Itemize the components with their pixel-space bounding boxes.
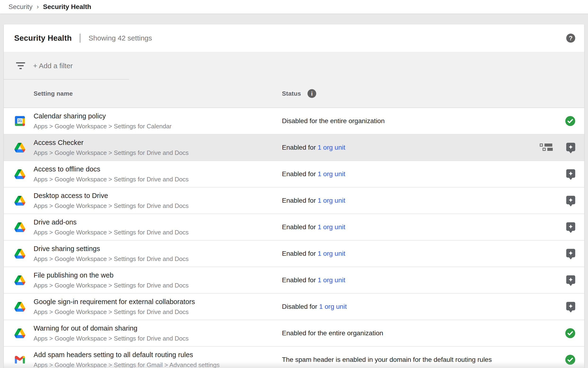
table-row[interactable]: Google sign-in requirement for external …: [4, 294, 584, 320]
status-text: The spam header is enabled in your domai…: [282, 356, 492, 364]
table-row[interactable]: Access Checker Apps > Google Workspace >…: [4, 135, 584, 161]
status-ok-icon: [565, 355, 575, 365]
recommendation-icon[interactable]: [566, 276, 575, 284]
table-row[interactable]: 31 Calendar sharing policy Apps > Google…: [4, 108, 584, 135]
setting-name: File publishing on the web: [34, 271, 189, 279]
drive-icon: [14, 301, 26, 312]
org-unit-link[interactable]: 1 org unit: [318, 144, 345, 151]
setting-path: Apps > Google Workspace > Settings for C…: [34, 123, 171, 130]
setting-path: Apps > Google Workspace > Settings for D…: [34, 149, 189, 156]
gmail-icon: [14, 354, 26, 365]
setting-path: Apps > Google Workspace > Settings for D…: [34, 176, 189, 183]
breadcrumb-chevron-icon: ›: [37, 3, 39, 10]
status-text: Disabled for 1 org unit: [282, 303, 347, 311]
org-unit-link[interactable]: 1 org unit: [318, 223, 345, 231]
status-text: Enabled for 1 org unit: [282, 276, 345, 284]
setting-name: Access Checker: [34, 139, 189, 147]
column-setting-name: Setting name: [34, 90, 73, 97]
table-row[interactable]: File publishing on the web Apps > Google…: [4, 267, 584, 294]
filter-list-icon[interactable]: [16, 62, 25, 69]
org-units-list-icon: [540, 144, 553, 152]
card-header: Security Health Showing 42 settings ?: [4, 24, 584, 52]
recommendation-icon[interactable]: [566, 196, 575, 204]
table-row[interactable]: Add spam headers setting to all default …: [4, 347, 584, 368]
table-row[interactable]: Warning for out of domain sharing Apps >…: [4, 320, 584, 347]
page-title: Security Health: [14, 34, 72, 43]
setting-path: Apps > Google Workspace > Settings for D…: [34, 202, 189, 210]
setting-path: Apps > Google Workspace > Settings for G…: [34, 361, 219, 368]
table-row[interactable]: Drive add-ons Apps > Google Workspace > …: [4, 214, 584, 241]
setting-name: Drive sharing settings: [34, 245, 189, 253]
settings-count: Showing 42 settings: [88, 34, 152, 42]
recommendation-icon[interactable]: [566, 169, 575, 178]
calendar-icon: 31: [14, 115, 26, 127]
status-ok-icon: [565, 328, 575, 338]
title-divider: [80, 34, 80, 43]
status-ok-icon: [565, 116, 575, 126]
status-text: Enabled for the entire organization: [282, 329, 383, 337]
setting-path: Apps > Google Workspace > Settings for D…: [34, 255, 189, 263]
setting-path: Apps > Google Workspace > Settings for D…: [34, 282, 189, 289]
drive-icon: [14, 168, 26, 180]
setting-name: Warning for out of domain sharing: [34, 324, 189, 332]
help-icon[interactable]: ?: [566, 34, 575, 43]
add-filter-button[interactable]: + Add a filter: [33, 62, 73, 70]
setting-name: Access to offline docs: [34, 165, 189, 173]
setting-name: Calendar sharing policy: [34, 112, 171, 120]
table-row[interactable]: Access to offline docs Apps > Google Wor…: [4, 161, 584, 188]
status-text: Disabled for the entire organization: [282, 117, 385, 125]
setting-name: Google sign-in requirement for external …: [34, 298, 195, 306]
org-unit-link[interactable]: 1 org unit: [318, 276, 345, 284]
status-text: Enabled for 1 org unit: [282, 223, 345, 231]
breadcrumb: Security › Security Health: [0, 0, 588, 13]
status-text: Enabled for 1 org unit: [282, 250, 345, 258]
table-header: Setting name Status i: [4, 80, 584, 108]
recommendation-icon[interactable]: [566, 222, 575, 231]
drive-icon: [14, 328, 26, 339]
status-text: Enabled for 1 org unit: [282, 197, 345, 204]
recommendation-icon[interactable]: [566, 249, 575, 258]
status-info-icon[interactable]: i: [307, 89, 316, 98]
setting-path: Apps > Google Workspace > Settings for D…: [34, 308, 195, 316]
org-unit-link[interactable]: 1 org unit: [319, 303, 347, 310]
drive-icon: [14, 142, 26, 153]
org-unit-link[interactable]: 1 org unit: [318, 250, 345, 257]
table-row[interactable]: Drive sharing settings Apps > Google Wor…: [4, 241, 584, 267]
calendar-day-label: 31: [17, 118, 22, 124]
org-unit-link[interactable]: 1 org unit: [318, 197, 345, 204]
setting-name: Desktop access to Drive: [34, 192, 189, 200]
security-health-card: Security Health Showing 42 settings ? + …: [4, 24, 584, 368]
recommendation-icon[interactable]: [566, 302, 575, 311]
setting-path: Apps > Google Workspace > Settings for D…: [34, 229, 189, 236]
setting-name: Add spam headers setting to all default …: [34, 351, 219, 359]
filter-bar: + Add a filter: [4, 52, 584, 80]
drive-icon: [14, 195, 26, 206]
drive-icon: [14, 248, 26, 259]
drive-icon: [14, 221, 26, 233]
status-text: Enabled for 1 org unit: [282, 170, 345, 178]
drive-icon: [14, 275, 26, 286]
setting-path: Apps > Google Workspace > Settings for D…: [34, 335, 189, 342]
table-row[interactable]: Desktop access to Drive Apps > Google Wo…: [4, 188, 584, 214]
recommendation-icon[interactable]: [566, 143, 575, 151]
setting-name: Drive add-ons: [34, 218, 189, 226]
breadcrumb-current: Security Health: [43, 3, 91, 11]
org-unit-link[interactable]: 1 org unit: [318, 170, 345, 178]
breadcrumb-security-link[interactable]: Security: [9, 3, 32, 11]
column-status: Status: [282, 90, 301, 97]
status-text: Enabled for 1 org unit: [282, 144, 345, 151]
